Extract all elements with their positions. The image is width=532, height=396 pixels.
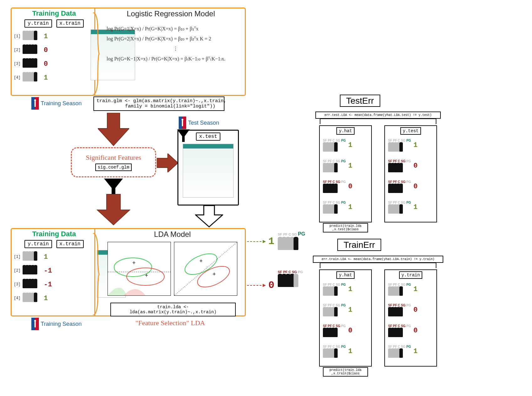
ytrain-label: y.train xyxy=(399,271,423,279)
svg-text:+: + xyxy=(213,271,216,277)
err-row: SF PF C SG PG 0 xyxy=(385,300,436,320)
math-line: log Pr(G=2|X=x) / Pr(G=K|X=x) = β₂₀ + β₂… xyxy=(107,34,245,44)
err-row: SF PF C SG PG 1 xyxy=(385,279,436,300)
yhat-label: y.hat xyxy=(336,271,355,279)
dashed-arrow-icon xyxy=(247,240,266,243)
y-train-label: y.train xyxy=(24,240,52,248)
ytest-label: y.test xyxy=(400,127,421,135)
row-idx: [2] xyxy=(14,48,21,52)
y-val: 0 xyxy=(44,60,48,68)
trainerr-title-wrap: TrainErr xyxy=(337,240,381,250)
svg-marker-12 xyxy=(177,129,190,142)
glm-code-box: train.glm <- glm(as.matrix(y.train)~.,x.… xyxy=(93,96,224,111)
trainerr-code: err.train.LDA <- mean(data.frame(yhat.LD… xyxy=(313,256,443,263)
nba-logo-icon xyxy=(31,318,39,330)
arrow-right-icon xyxy=(157,154,179,172)
y-val: 1 xyxy=(44,294,48,302)
arrow-down-icon xyxy=(98,113,129,147)
row-idx: [2] xyxy=(14,268,21,273)
x-train-label: x.train xyxy=(56,19,84,28)
output-class-1: 1 xyxy=(268,236,274,247)
nba-logo-icon xyxy=(31,97,39,110)
training-data-title: Training Data xyxy=(14,9,94,18)
team-class-0: SF PF C SG PG xyxy=(278,270,303,285)
lda-code-box: train.lda <- lda(as.matrix(y.train)~.,x.… xyxy=(110,303,236,316)
svg-marker-29 xyxy=(263,240,266,243)
err-row: SF PF C SG PG 1 xyxy=(320,155,371,176)
lda-panel: LDA Model + + + + xyxy=(100,230,245,296)
err-row: SF PF C SG PG 1 xyxy=(385,341,436,362)
svg-marker-7 xyxy=(97,194,130,225)
row-idx: [1] xyxy=(14,255,21,259)
brace-icon xyxy=(92,13,101,95)
funnel-arrow-icon xyxy=(95,179,132,226)
err-row: SF PF C SG PG 0 xyxy=(320,320,371,341)
testerr-title-wrap: TestErr xyxy=(340,96,380,106)
predict-train-code: predict(train.lda ,x.train)$class xyxy=(323,367,368,377)
svg-marker-5 xyxy=(157,154,178,172)
xtest-box: x.test xyxy=(177,130,239,206)
training-data-title: Training Data xyxy=(14,230,94,238)
significant-features-box: Significant Features sig.coef.glm xyxy=(71,147,156,177)
err-row: SF PF C SG PG 1 xyxy=(320,135,371,155)
svg-marker-31 xyxy=(263,284,266,287)
brace-icon xyxy=(92,233,101,315)
err-row: SF PF C SG PG 0 xyxy=(385,155,436,176)
row-idx: [4] xyxy=(14,76,21,80)
svg-marker-6 xyxy=(104,179,123,194)
logistic-title: Logistic Regression Model xyxy=(97,9,245,18)
svg-marker-13 xyxy=(196,206,223,227)
team-class-1: SF PF C SG PG xyxy=(278,231,305,248)
trainerr-title: TrainErr xyxy=(337,239,381,251)
output-class-0: 0 xyxy=(268,279,274,291)
err-row: SF PF C SG PG 1 xyxy=(320,341,371,362)
svg-rect-3 xyxy=(34,101,36,107)
y-val: 1 xyxy=(44,33,48,40)
sig-title: Significant Features xyxy=(86,154,141,162)
y-val: 1 xyxy=(44,253,48,261)
season-text: Training Season xyxy=(41,100,82,107)
svg-line-21 xyxy=(174,242,237,295)
sig-code: sig.coef.glm xyxy=(95,164,132,171)
err-row: SF PF C SG PG 1 xyxy=(385,197,436,217)
x-test-label: x.test xyxy=(196,133,220,141)
err-row: SF PF C SG PG 0 xyxy=(385,320,436,341)
y-val: 0 xyxy=(44,46,48,54)
svg-text:+: + xyxy=(132,260,136,266)
row-idx: [1] xyxy=(14,34,21,39)
arrow-down-outline-icon xyxy=(195,206,223,227)
logistic-panel: Logistic Regression Model log Pr(G=1|X=x… xyxy=(97,9,245,64)
trainerr-yhat-col: y.hat SF PF C SG PG 1 SF PF C SG PG 1 SF… xyxy=(319,269,372,367)
y-train-label: y.train xyxy=(24,19,52,28)
training-data-panel-top: Training Data y.train x.train [1] 1 [2] … xyxy=(14,8,95,95)
err-row: SF PF C SG PG 1 xyxy=(320,279,371,300)
lda-plot-1: + + xyxy=(108,242,171,296)
test-season-label: Test Season xyxy=(179,117,219,129)
fslda-label: "Feature Selection" LDA xyxy=(135,319,205,327)
math-line: log Pr(G=K−1|X=x) / Pr(G=K|X=x) = β₍K−1₎… xyxy=(107,54,245,64)
svg-text:+: + xyxy=(145,272,148,279)
trainerr-ytrain-col: y.train SF PF C SG PG 1 SF PF C SG PG 0 … xyxy=(384,269,437,367)
training-season-label-top: Training Season xyxy=(31,97,82,110)
svg-rect-11 xyxy=(182,121,183,126)
err-row: SF PF C SG PG 0 xyxy=(385,176,436,197)
err-row: SF PF C SG PG 0 xyxy=(320,176,371,197)
svg-rect-27 xyxy=(34,322,36,327)
testerr-code: err.test.LDA <- mean(data.frame(yhat.LDA… xyxy=(315,112,441,119)
row-idx: [3] xyxy=(14,62,21,66)
err-row: SF PF C SG PG 1 xyxy=(385,135,436,155)
testerr-yhat-col: y.hat SF PF C SG PG 1 SF PF C SG PG 1 SF… xyxy=(319,125,372,222)
math-line: ⋮ xyxy=(107,44,245,54)
svg-text:+: + xyxy=(199,258,203,264)
err-row: SF PF C SG PG 1 xyxy=(320,197,371,217)
season-text: Test Season xyxy=(188,120,219,126)
x-train-label: x.train xyxy=(56,240,84,248)
svg-marker-4 xyxy=(98,113,129,146)
training-season-label-bottom: Training Season xyxy=(31,318,82,330)
nba-logo-icon xyxy=(179,117,186,129)
err-row: SF PF C SG PG 1 xyxy=(320,300,371,320)
svg-point-26 xyxy=(34,320,36,322)
lda-plot-2: + + xyxy=(174,242,237,296)
row-idx: [4] xyxy=(14,296,21,300)
yhat-label: y.hat xyxy=(336,127,355,135)
